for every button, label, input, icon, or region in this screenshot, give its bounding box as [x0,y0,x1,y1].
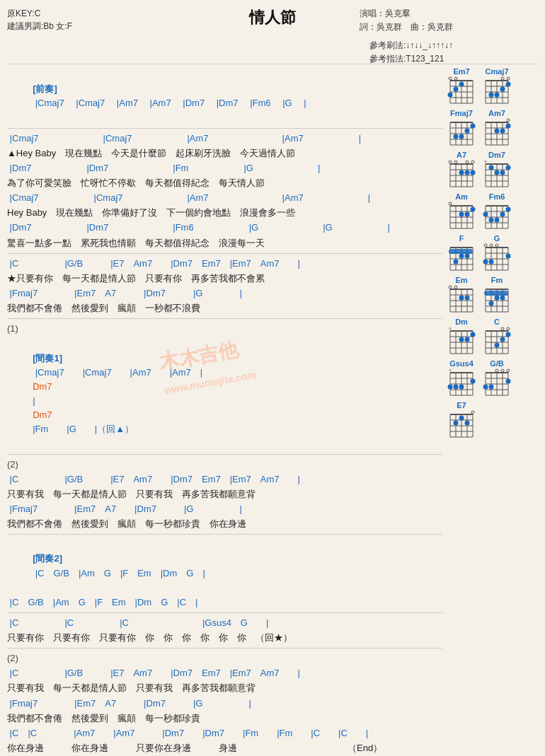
outro-l1: 只要有我 每一天都是情人節 只要有我 再多苦我都願意背 [7,681,442,695]
strum-pattern: 參考刷法:↓↑↓↓_↓↑↑↑↓↑ [369,39,453,52]
svg-point-176 [500,296,505,301]
chord-row-4: Am [446,192,538,231]
lyricist: 詞：吳克群 曲：吳克群 [360,21,453,34]
divider-2 [7,253,442,254]
svg-point-44 [454,134,459,139]
svg-rect-130 [449,249,473,254]
svg-point-133 [454,260,459,264]
chord-row-9: E7 [446,401,538,440]
v1-c4: |Dm7 |Dm7 |Fm6 |G |G | [7,221,442,235]
svg-point-206 [495,343,500,348]
outro-c2: |Fmaj7 |Em7 A7 |Dm7 |G | [7,697,442,711]
svg-point-90 [489,165,494,170]
svg-point-118 [489,218,494,223]
svg-point-175 [495,296,500,301]
v2-c1: |C |G/B |E7 Am7 |Dm7 Em7 |Em7 Am7 | [7,472,442,487]
svg-point-204 [506,332,511,337]
v2-l2: 我們都不會倦 然後愛到 瘋顛 每一秒都珍貴 你在身邊 [7,517,442,531]
svg-point-190 [459,337,464,342]
svg-point-160 [449,286,452,289]
suggestion-key: 建議男調:Bb 女:F [7,20,72,33]
svg-point-163 [465,296,470,301]
v2-c2: |Fmaj7 |Em7 A7 |Dm7 |G | [7,502,442,516]
chord-row-8: Gsus4 × [446,359,538,398]
svg-point-102 [471,207,476,212]
v1-c2: |Dm7 |Dm7 |Fm |G | [7,161,442,175]
chord-gsus4: Gsus4 × [446,359,477,398]
svg-point-72 [471,161,474,163]
outro-num: (2) [7,651,442,665]
chord-cmaj7: Cmaj7 [481,67,512,106]
svg-point-161 [454,286,457,289]
chord-e7: E7 [446,401,477,440]
svg-point-218 [448,385,453,390]
divider-6 [7,612,442,613]
interlude2-l2: |C G/B |Am G |F Em |Dm G |C | [7,595,442,610]
singer-info: 演唱：吳克羣 詞：吳克群 曲：吳克群 [360,7,453,34]
chord-f: F [446,234,477,273]
song-title: 情人節 [7,7,538,28]
svg-point-119 [483,212,488,217]
svg-point-221 [471,379,476,384]
svg-text:×: × [449,368,452,373]
svg-point-74 [465,170,470,175]
bridge-l1: 只要有你 只要有你 只要有你 你 你 你 你 你 你 （回★） [7,631,442,645]
main-content: [前奏] |Cmaj7 |Cmaj7 |Am7 |Am7 |Dm7 |Dm7 |… [7,67,538,756]
svg-point-144 [484,244,487,247]
svg-point-58 [495,129,500,134]
ch-l2: 我們都不會倦 然後愛到 瘋顛 一秒都不浪費 [7,301,442,315]
svg-point-146 [495,244,498,247]
key-info: 原KEY:C 建議男調:Bb 女:F [7,7,72,33]
outro-l2: 我們都不會倦 然後愛到 瘋顛 每一秒都珍貴 [7,711,442,726]
svg-point-30 [489,93,494,98]
svg-point-236 [489,385,494,390]
chord-row-3: A7 [446,151,538,190]
chord-fm: Fm [481,276,512,315]
page: 原KEY:C 建議男調:Bb 女:F 情人節 演唱：吳克羣 詞：吳克群 曲：吳克… [0,0,545,756]
prelude-block: [前奏] |Cmaj7 |Cmaj7 |Am7 |Am7 |Dm7 |Dm7 |… [7,68,442,125]
svg-point-233 [495,369,498,372]
ch-l1: ★只要有你 每一天都是情人節 只要有你 再多苦我都不會累 [7,272,442,286]
svg-point-73 [471,170,476,175]
svg-point-89 [495,170,500,175]
svg-point-29 [495,93,500,98]
svg-point-88 [500,170,505,175]
svg-point-12 [459,82,464,87]
svg-point-70 [454,161,457,163]
svg-point-116 [500,212,505,217]
outro-c1: |C |G/B |E7 Am7 |Dm7 Em7 |Em7 Am7 | [7,666,442,680]
chord-row-2: Fmaj7 [446,109,538,148]
outro-l3: 你在身邊 你在身邊 只要你在身邊 身邊 （End） [7,741,442,755]
chords-section: Em7 [446,67,538,756]
ch-c2: |Fmaj7 |Em7 A7 |Dm7 |G | [7,286,442,301]
chord-fm6: Fm6 [481,192,512,231]
verse2-block: (2) |C |G/B |E7 Am7 |Dm7 Em7 |Em7 Am7 | … [7,458,442,532]
v1-l4: 驚喜一點多一點 累死我也情願 每天都值得紀念 浪漫每一天 [7,236,442,250]
svg-point-132 [459,254,464,259]
svg-point-43 [459,134,464,139]
chord-am: Am [446,192,477,231]
verse2-num: (2) [7,458,442,472]
svg-point-177 [489,301,494,306]
v1-l3: Hey Baby 現在幾點 你準備好了沒 下一個約會地點 浪漫會多一些 [7,206,442,220]
v1-c3: |Cmaj7 |Cmaj7 |Am7 |Am7 | [7,191,442,205]
finger-pattern: 參考指法:T123_121 [369,52,453,66]
lyrics-section: [前奏] |Cmaj7 |Cmaj7 |Am7 |Am7 |Dm7 |Dm7 |… [7,67,446,756]
outro-c3: |C |C |Am7 |Am7 |Dm7 |Dm7 |Fm |Fm |C |C … [7,726,442,740]
svg-point-235 [483,385,488,390]
interlude1-block: (1) [間奏1] |Cmaj7 |Cmaj7 |Am7 |Am7 | Dm7 … [7,322,442,450]
svg-point-147 [483,260,488,264]
divider-3 [7,318,442,319]
svg-point-234 [507,369,510,372]
svg-point-250 [465,421,470,426]
v1-c1: |Cmaj7 |Cmaj7 |Am7 |Am7 | [7,132,442,146]
interlude1-line: [間奏1] |Cmaj7 |Cmaj7 |Am7 |Am7 | Dm7 | Dm… [7,337,442,450]
svg-point-56 [506,124,511,129]
svg-point-248 [471,411,474,414]
chorus-block: |C |G/B |E7 Am7 |Dm7 Em7 |Em7 Am7 | ★只要有… [7,257,442,316]
divider-4 [7,454,442,455]
svg-point-75 [459,170,464,175]
svg-point-219 [454,385,459,390]
interlude2-l1: [間奏2] |C G/B |Am G |F Em |Dm G | [7,537,442,595]
v1-l1: ▲Hey Baby 現在幾點 今天是什麼節 起床刷牙洗臉 今天過情人節 [7,146,442,161]
